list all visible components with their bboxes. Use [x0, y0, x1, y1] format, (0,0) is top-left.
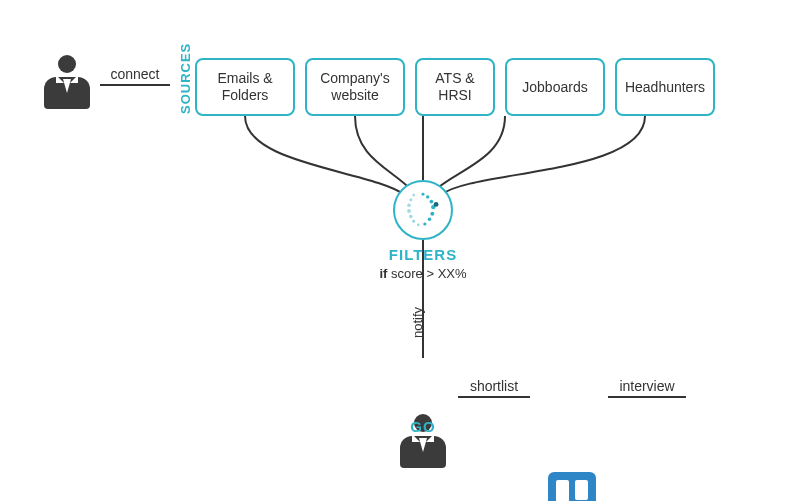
svg-point-14 [434, 202, 439, 207]
notify-label: notify [410, 307, 425, 338]
filter-condition-expr: score > XX% [391, 266, 467, 281]
svg-point-3 [407, 209, 411, 213]
svg-point-1 [409, 198, 412, 201]
filters-heading: FILTERS [373, 246, 473, 263]
sources-heading: SOURCES [178, 43, 193, 114]
svg-point-13 [423, 222, 426, 225]
user-icon-left [44, 55, 90, 109]
svg-point-4 [409, 215, 413, 219]
source-box-headhunters: Headhunters [615, 58, 715, 116]
svg-point-0 [412, 194, 415, 197]
filter-condition: if score > XX% [360, 266, 486, 281]
filter-node-icon [393, 180, 453, 240]
interview-label: interview [608, 378, 686, 398]
source-box-ats: ATS & HRSI [415, 58, 495, 116]
svg-point-2 [407, 204, 411, 208]
board-icon [548, 472, 596, 501]
svg-point-6 [417, 224, 420, 227]
svg-point-7 [422, 193, 425, 196]
svg-point-12 [428, 218, 432, 222]
svg-point-9 [430, 200, 434, 204]
filter-condition-if: if [379, 266, 387, 281]
source-box-jobboards: Jobboards [505, 58, 605, 116]
go-heading: GO [400, 418, 446, 435]
svg-point-8 [426, 195, 429, 198]
connect-label: connect [100, 66, 170, 86]
svg-point-11 [430, 212, 434, 216]
shortlist-label: shortlist [458, 378, 530, 398]
source-box-website: Company's website [305, 58, 405, 116]
svg-point-5 [412, 220, 415, 223]
source-box-emails: Emails & Folders [195, 58, 295, 116]
